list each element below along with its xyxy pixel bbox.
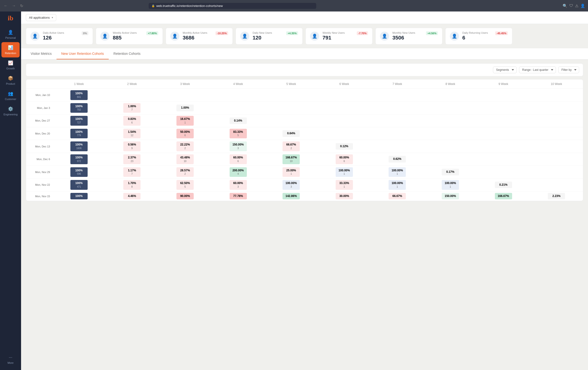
cohort-cell-4-1: 0.56%9	[105, 140, 159, 153]
cohort-cell-7-4: 100.00%3	[264, 179, 318, 191]
sidebar-item-personal[interactable]: 👤 Personal	[1, 27, 20, 42]
search-icon[interactable]: 🔍	[563, 4, 567, 8]
table-row: Mon, Dec 27100%7270.83%616.67%10.14%	[26, 114, 583, 127]
browser-actions: 🔍 🛡 ⚠ 👤	[563, 4, 585, 8]
metric-value-wau: 885	[113, 35, 143, 41]
sidebar-item-more[interactable]: ··· More	[1, 352, 20, 367]
metric-avatar-wau: 👤	[100, 31, 109, 41]
metric-card-dru: 👤 Daily Returning Users 6 -45.45%	[445, 28, 512, 44]
tab-new-user[interactable]: New User Retention Cohorts	[56, 48, 109, 59]
cohort-header-week-6: 6 Week	[318, 80, 371, 89]
cell-pct-6-0: 100%	[72, 169, 86, 173]
cell-pct-3-4: 0.64%	[284, 132, 298, 135]
address-bar[interactable]: 🔒 web.truetraffic.io/retention/retention…	[149, 3, 316, 9]
sidebar-item-customer[interactable]: 👥 Customer	[1, 88, 20, 103]
cohort-cell-5-5: 60.00%6	[318, 153, 371, 166]
alert-icon[interactable]: ⚠	[575, 4, 578, 8]
sidebar-item-product[interactable]: 📦 Product	[1, 73, 20, 88]
profile-icon[interactable]: 👤	[580, 4, 585, 8]
metric-avatar-wnu: 👤	[310, 31, 319, 41]
reload-button[interactable]: ↻	[19, 3, 24, 9]
cell-cnt-4-2: 2	[178, 147, 192, 150]
cohort-cell-0-6	[371, 89, 424, 102]
cell-pct-1-2: 1.00%	[178, 106, 192, 110]
sidebar-item-engineering[interactable]: ⚙️ Engineering	[1, 103, 20, 119]
tab-retention[interactable]: Retention Cohorts	[109, 48, 145, 59]
metric-card-mau: 👤 Monthly Active Users 3686 -10.25%	[166, 28, 233, 44]
cohort-cell-5-6: 0.62%	[371, 153, 424, 166]
cell-pct-0-0: 100%	[72, 92, 86, 95]
metric-info-mnu: Monthly New Users 3506	[392, 31, 423, 41]
cohort-cell-7-5: 33.33%1	[318, 179, 371, 191]
metric-value-dru: 6	[462, 35, 492, 41]
table-row: Mon, Nov 22100%4711.70%862.50%560.00%310…	[26, 179, 583, 191]
back-button[interactable]: ←	[3, 3, 9, 9]
cell-pct-1-1: 1.00%	[125, 105, 139, 108]
cohort-cell-8-9: 2.23%	[530, 191, 583, 201]
cohort-cell-6-3: 200.00%4	[212, 166, 265, 179]
cell-pct-5-2: 43.48%	[178, 156, 192, 160]
cell-cnt-6-0: 596	[72, 172, 86, 175]
metric-info-mau: Monthly Active Users 3686	[183, 31, 212, 41]
cohort-cell-4-8	[477, 140, 530, 153]
cohort-cell-0-2	[158, 89, 212, 102]
cell-cnt-7-1: 8	[125, 185, 139, 188]
cohort-cell-4-5: 0.12%	[318, 140, 371, 153]
url-domain: web.truetraffic.io	[156, 4, 179, 8]
cohort-header-week-3: 3 Week	[158, 80, 212, 89]
metric-card-dnu: 👤 Daily New Users 120 +4.35%	[236, 28, 303, 44]
cell-pct-8-6: 66.67%	[390, 194, 404, 198]
metric-avatar-mnu: 👤	[380, 31, 389, 41]
cohort-cell-3-1: 1.54%12	[105, 127, 159, 140]
shield-icon[interactable]: 🛡	[569, 4, 573, 8]
cell-pct-3-0: 100%	[72, 130, 86, 134]
cell-pct-7-3: 60.00%	[231, 181, 245, 185]
metric-label-dau: Daily Active Users	[43, 31, 78, 34]
content-area: 👤 Daily Active Users 126 0% 👤 Weekly Act…	[21, 24, 588, 370]
metric-info-wnu: Weekly New Users 791	[323, 31, 353, 41]
metric-label-mau: Monthly Active Users	[183, 31, 212, 34]
cohort-cell-2-4	[264, 114, 318, 127]
app-selector[interactable]: All applications ▾	[26, 14, 56, 21]
metric-badge-wau: +7.80%	[146, 31, 158, 35]
filter-by-select[interactable]: Filter by	[558, 67, 579, 73]
cohort-date-2: Mon, Dec 27	[26, 114, 52, 127]
cohort-cell-6-6: 100.00%1	[371, 166, 424, 179]
tab-visitor[interactable]: Visitor Metrics	[26, 48, 56, 59]
sidebar-item-retention[interactable]: 📊 Retention	[1, 42, 20, 57]
metric-label-dru: Daily Returning Users	[462, 31, 492, 34]
cohort-cell-4-7	[424, 140, 477, 153]
cell-pct-8-8: 166.67%	[497, 194, 510, 198]
metric-value-dau: 126	[43, 35, 78, 41]
sidebar-item-engineering-label: Engineering	[4, 113, 18, 116]
metric-card-wau: 👤 Weekly Active Users 885 +7.80%	[96, 28, 163, 44]
cohort-cell-6-2: 28.57%2	[158, 166, 212, 179]
cohort-cell-2-0: 100%727	[52, 114, 105, 127]
sidebar-item-growth[interactable]: 📈 Growth	[1, 57, 20, 73]
app-selector-label: All applications	[29, 16, 50, 19]
cohort-cell-0-4	[264, 89, 318, 102]
range-filter[interactable]: Range : Last quarter	[519, 67, 556, 73]
metric-label-wnu: Weekly New Users	[323, 31, 353, 34]
cohort-cell-5-7	[424, 153, 477, 166]
filters-bar: Segments Range : Last quarter Filter by	[26, 63, 583, 76]
forward-button[interactable]: →	[11, 3, 17, 9]
cohort-header-week-2: 2 Week	[105, 80, 159, 89]
cohort-cell-8-3: 77.78%	[212, 191, 265, 201]
segments-filter[interactable]: Segments	[493, 67, 517, 73]
cohort-cell-1-8	[477, 102, 530, 114]
cell-cnt-7-2: 5	[178, 185, 192, 188]
cell-pct-7-0: 100%	[72, 181, 86, 185]
cell-pct-4-1: 0.56%	[125, 143, 139, 147]
cell-cnt-4-0: 1606	[72, 147, 86, 150]
cell-pct-7-6: 100.00%	[390, 181, 404, 185]
cell-pct-8-2: 90.00%	[178, 194, 192, 198]
metrics-grid: 👤 Daily Active Users 126 0% 👤 Weekly Act…	[26, 28, 583, 44]
url-display: web.truetraffic.io/retention/retention-c…	[156, 4, 223, 8]
cell-pct-8-1: 4.46%	[125, 194, 139, 198]
cell-pct-3-3: 83.33%	[231, 130, 245, 134]
cell-pct-7-4: 100.00%	[284, 181, 298, 185]
cohort-cell-8-7: 150.00%	[424, 191, 477, 201]
cohort-cell-1-4	[264, 102, 318, 114]
sidebar-item-growth-label: Growth	[6, 67, 15, 70]
